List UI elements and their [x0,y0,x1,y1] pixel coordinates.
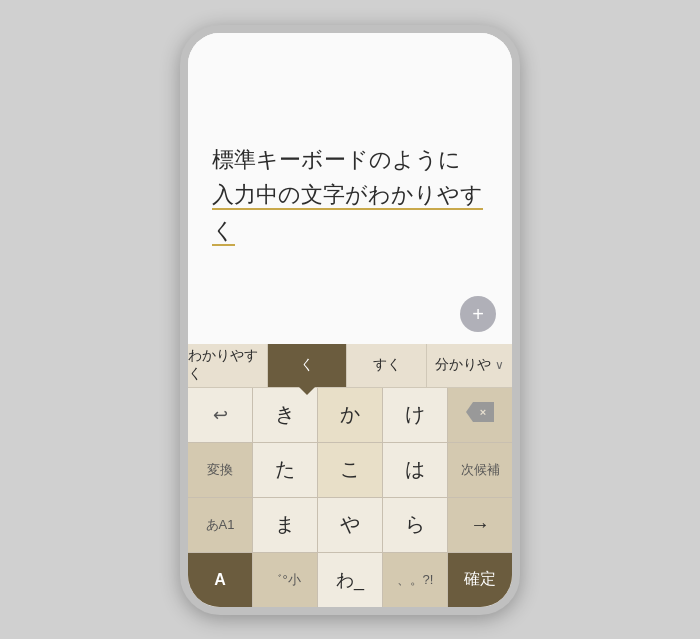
key-wa[interactable]: わ_ [318,553,382,607]
key-small-dakuten[interactable]: ゛°小 [253,553,317,607]
key-kakutei[interactable]: 確定 [448,553,512,607]
key-ke-label: け [405,401,425,428]
key-ki-label: き [275,401,295,428]
suggestion-ku[interactable]: く [268,344,348,387]
plus-icon: + [472,304,484,324]
keyboard: わかりやすく く すく 分かりや∨ ↩ き か け [188,344,512,607]
key-jikoho[interactable]: 次候補 [448,443,512,497]
phone-frame: 標準キーボードのように 入力中の文字がわかりやすく + わかりやすく く すく … [180,25,520,615]
key-ki[interactable]: き [253,388,317,442]
key-ka[interactable]: か [318,388,382,442]
key-henkan-label: 変換 [207,461,233,479]
key-ta[interactable]: た [253,443,317,497]
key-ko[interactable]: こ [318,443,382,497]
text-line-2: 入力中の文字がわかりやすく [212,177,488,247]
add-button[interactable]: + [460,296,496,332]
key-ha[interactable]: は [383,443,447,497]
suggestion-suku[interactable]: すく [347,344,427,387]
key-ya-label: や [340,511,360,538]
key-ko-label: こ [340,456,360,483]
key-ke[interactable]: け [383,388,447,442]
suggestions-row: わかりやすく く すく 分かりや∨ [188,344,512,388]
text-area: 標準キーボードのように 入力中の文字がわかりやすく + [188,33,512,344]
key-ha-label: は [405,456,425,483]
key-a1-label: あA1 [206,516,235,534]
key-henkan[interactable]: 変換 [188,443,252,497]
key-ya[interactable]: や [318,498,382,552]
svg-text:×: × [480,406,486,418]
key-a1[interactable]: あA1 [188,498,252,552]
key-backspace[interactable]: × [448,388,512,442]
text-with-cursor: 入力中の文字がわかりやすく [212,182,483,245]
suggestion-wakariya[interactable]: 分かりや∨ [427,344,512,387]
key-wa-label: わ_ [336,568,364,592]
keys-grid: ↩ き か け × [188,388,512,607]
key-abc[interactable]: A [188,553,252,607]
key-kakutei-label: 確定 [464,569,496,590]
key-ra-label: ら [405,511,425,538]
key-jikoho-label: 次候補 [461,461,500,479]
key-ka-label: か [340,401,360,428]
key-small-label: ゛°小 [269,571,300,589]
key-ma-label: ま [275,511,295,538]
text-line-1: 標準キーボードのように [212,142,488,177]
chevron-down-icon: ∨ [495,358,504,372]
backspace-icon: × [466,402,494,427]
key-ta-label: た [275,456,295,483]
key-arrow[interactable]: → [448,498,512,552]
right-arrow-icon: → [470,513,490,536]
input-text: 標準キーボードのように 入力中の文字がわかりやすく [212,142,488,248]
phone-screen: 標準キーボードのように 入力中の文字がわかりやすく + わかりやすく く すく … [188,33,512,607]
key-punct[interactable]: 、。?! [383,553,447,607]
key-undo[interactable]: ↩ [188,388,252,442]
key-abc-label: A [214,571,226,589]
key-ra[interactable]: ら [383,498,447,552]
undo-icon: ↩ [213,404,228,426]
key-ma[interactable]: ま [253,498,317,552]
suggestion-wakariyasuku[interactable]: わかりやすく [188,344,268,387]
key-punct-label: 、。?! [397,571,434,589]
